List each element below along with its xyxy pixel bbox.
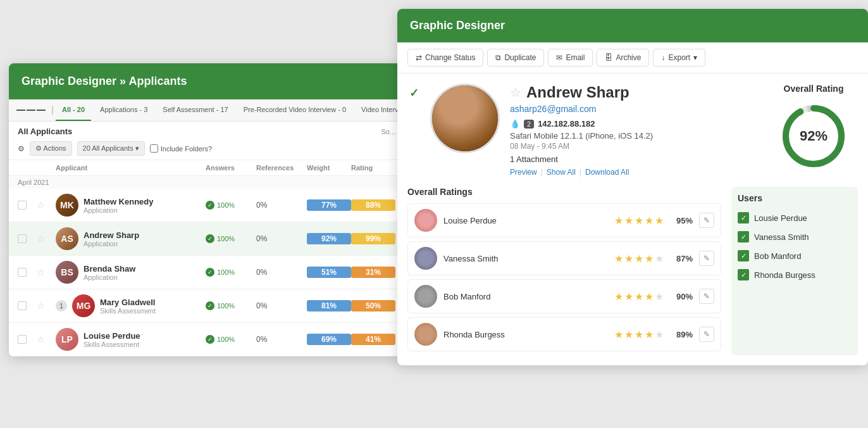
edit-rating-button[interactable]: ✎ [699,289,714,304]
weight-badge: 51% [307,267,351,278]
applicant-name: Andrew Sharp [84,230,139,240]
star-empty: ★ [655,253,664,265]
change-status-button[interactable]: ⇄ Change Status [407,49,483,66]
answers-cell: ✓ 100% [206,335,256,344]
overall-rating-col: Overall Rating 92% [769,84,858,177]
avatar-image [432,85,498,151]
gear-icon: ⚙ [18,144,25,153]
answers-cell: ✓ 100% [206,234,256,243]
user-name: Rhonda Burgess [754,270,815,280]
row-checkbox[interactable] [18,335,27,344]
star-filled: ★ [614,215,623,227]
edit-rating-button[interactable]: ✎ [699,251,714,266]
favorite-icon[interactable]: ☆ [37,334,56,344]
rating-badge: 50% [351,300,395,312]
row-checkbox[interactable] [18,301,27,310]
edit-rating-button[interactable]: ✎ [699,213,714,228]
check-icon: ✓ [409,86,419,100]
rater-avatar [414,285,437,308]
applicant-avatar: AS [56,227,78,250]
preview-link[interactable]: Preview [510,168,537,177]
profile-name-row: ☆ Andrew Sharp [510,84,759,101]
export-button[interactable]: ↓ Export ▾ [653,49,705,66]
rating-badge: 88% [351,199,395,211]
email-button[interactable]: ✉ Email [548,49,593,66]
star-filled: ★ [635,253,643,265]
user-item[interactable]: ✓ Bob Manford [738,246,852,265]
overall-rating-title: Overall Rating [784,84,844,94]
rating-badge: 31% [351,267,395,278]
check-icon: ✓ [206,268,214,277]
stars-row: ★★★★★ [614,215,664,227]
favorite-icon[interactable]: ☆ [37,200,56,210]
right-panel: Graphic Designer ⇄ Change Status ⧉ Dupli… [397,9,868,365]
applicant-avatar: BS [56,261,78,284]
user-check-icon: ✓ [738,269,749,280]
email-icon: ✉ [556,53,562,62]
applicant-name: Mary Gladwell [100,298,156,307]
select-all-checkbox[interactable] [52,106,53,115]
row-checkbox[interactable] [18,201,27,210]
answers-pct: 100% [217,235,235,242]
applicant-row[interactable]: ☆ AS Andrew Sharp Application ✓ 100% 0% … [9,222,404,256]
overall-rating-value: 92% [800,128,828,144]
applicant-row[interactable]: ☆ BS Brenda Shaw Application ✓ 100% 0% 5… [9,256,404,289]
actions-button[interactable]: ⚙ Actions [30,141,72,156]
all-applicants-dropdown[interactable]: 20 All Applicants ▾ [77,141,145,156]
star-filled: ★ [614,291,623,303]
archive-button[interactable]: 🗄 Archive [597,49,649,66]
applicant-row[interactable]: ☆ MK Matthew Kennedy Application ✓ 100% … [9,189,404,222]
stars-row: ★★★★★ [614,291,664,303]
tab-applications[interactable]: Applications - 3 [94,99,154,121]
applicant-row[interactable]: ☆ LP Louise Perdue Skills Assessment ✓ 1… [9,323,404,356]
user-item[interactable]: ✓ Rhonda Burgess [738,265,852,284]
refs-cell: 0% [256,335,307,344]
check-icon: ✓ [206,234,214,243]
applicant-info: Andrew Sharp Application [84,230,139,248]
show-all-link[interactable]: Show All [547,168,576,177]
applicant-name: Matthew Kennedy [84,197,154,206]
favorite-icon[interactable]: ☆ [37,301,56,311]
user-item[interactable]: ✓ Lousie Perdue [738,208,852,227]
selected-indicator: ✓ [407,84,420,177]
overall-rating-donut: 92% [779,101,848,171]
list-view-icon[interactable] [16,110,46,111]
edit-rating-button[interactable]: ✎ [699,327,714,342]
duplicate-icon: ⧉ [495,53,501,62]
star-filled: ★ [624,215,633,227]
tab-all[interactable]: All - 20 [56,99,91,121]
pipe-1: | [541,168,543,177]
include-folders-checkbox[interactable] [150,144,158,153]
answers-cell: ✓ 100% [206,268,256,277]
users-list: ✓ Lousie Perdue ✓ Vanessa Smith ✓ Bob Ma… [738,208,852,284]
ratings-section-title: Overall Ratings [407,187,721,197]
tab-self-assessment[interactable]: Self Assessment - 17 [156,99,234,121]
star-filled: ★ [655,215,664,227]
duplicate-button[interactable]: ⧉ Duplicate [487,49,544,66]
right-toolbar: ⇄ Change Status ⧉ Duplicate ✉ Email 🗄 Ar… [397,42,868,73]
applicant-avatar: LP [56,328,78,351]
stars-row: ★★★★★ [614,329,664,341]
favorite-icon[interactable]: ☆ [37,234,56,244]
user-item[interactable]: ✓ Vanessa Smith [738,227,852,246]
applicant-row[interactable]: ☆ 1 MG Mary Gladwell Skills Assessment ✓… [9,289,404,323]
applicant-info: Brenda Shaw Application [84,264,135,281]
tab-pre-recorded[interactable]: Pre-Recorded Video Interview - 0 [237,99,352,121]
rating-pct: 87% [670,254,693,263]
rater-avatar [414,247,437,270]
applicant-avatar: MK [56,194,78,217]
row-checkbox[interactable] [18,268,27,277]
favorite-icon[interactable]: ☆ [37,267,56,277]
table-header: Applicant Answers References Weight Rati… [9,160,404,176]
applicant-list: ☆ MK Matthew Kennedy Application ✓ 100% … [9,189,404,356]
row-checkbox[interactable] [18,234,27,243]
profile-avatar [430,84,500,153]
applicant-email[interactable]: asharp26@gmail.com [510,104,759,114]
download-all-link[interactable]: Download All [585,168,629,177]
applicant-sub: Application [84,206,154,214]
ip-drop-icon: 💧 [510,119,520,129]
rating-pct: 95% [670,216,693,225]
star-filled: ★ [624,329,633,341]
star-filled: ★ [635,291,643,303]
favorite-star-icon[interactable]: ☆ [510,85,521,100]
